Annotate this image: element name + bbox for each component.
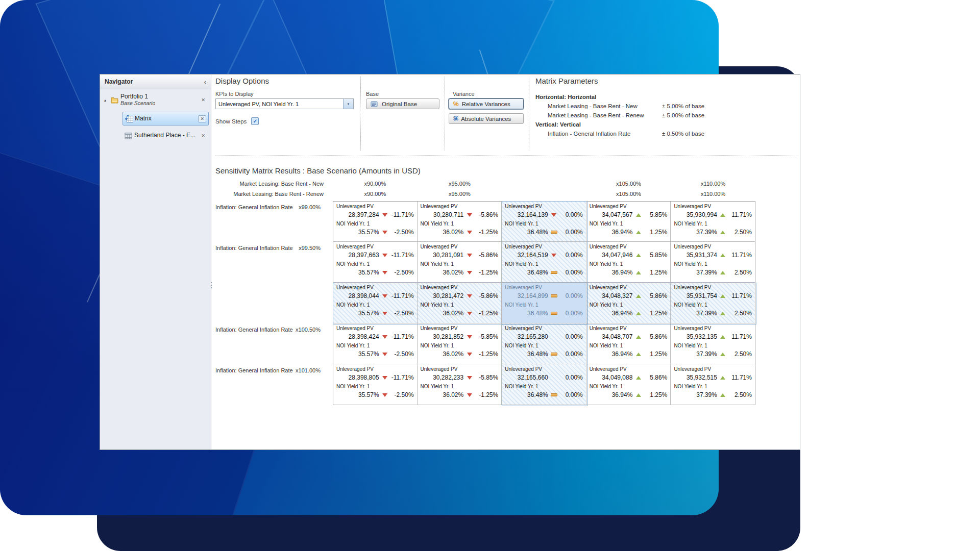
up-indicator-icon	[720, 271, 726, 274]
kpi-label: Unleveraged PV	[674, 243, 752, 250]
noi-value: 37.39%	[674, 391, 717, 398]
pv-value: 32,164,519	[505, 252, 548, 259]
noi-variance: -1.25%	[473, 269, 498, 276]
up-indicator-icon	[720, 376, 726, 380]
pv-value: 35,930,994	[674, 211, 717, 218]
noi-value: 36.94%	[590, 350, 633, 358]
matrix-cell[interactable]: Unleveraged PV35,930,99411.71%NOI Yield …	[671, 201, 755, 242]
collapse-panel-icon[interactable]: ‹	[204, 78, 206, 86]
noi-value: 36.48%	[505, 269, 548, 276]
matrix-row-label: Inflation: General Inflation Ratex99.50%	[215, 242, 333, 283]
close-icon[interactable]: ✕	[200, 133, 207, 138]
kpi-label: NOI Yield Yr. 1	[674, 220, 752, 227]
navigator-item-sutherland[interactable]: Sutherland Place - E...✕	[122, 129, 209, 142]
up-indicator-icon	[720, 335, 726, 339]
up-indicator-icon	[720, 312, 726, 315]
pv-value: 28,398,805	[336, 374, 379, 381]
matrix-cell[interactable]: Unleveraged PV30,280,711-5.86%NOI Yield …	[418, 201, 502, 242]
absolute-variances-button[interactable]: $€ Absolute Variances	[449, 113, 524, 124]
down-indicator-icon	[382, 294, 388, 298]
noi-variance: 1.25%	[642, 269, 667, 276]
kpi-label: Unleveraged PV	[590, 284, 668, 291]
sheet-icon	[125, 132, 134, 139]
show-steps-checkbox[interactable]: ✓	[251, 117, 259, 125]
relative-variances-button[interactable]: % Relative Variances	[449, 98, 524, 109]
matrix-row-label: Inflation: General Inflation Ratex101.00…	[215, 364, 333, 405]
down-indicator-icon	[466, 393, 473, 397]
kpi-label: Unleveraged PV	[590, 365, 668, 372]
kpi-label: Unleveraged PV	[421, 243, 499, 250]
matrix-cell[interactable]: Unleveraged PV34,048,3275.86%NOI Yield Y…	[586, 283, 671, 323]
matrix-cell[interactable]: Unleveraged PV28,398,424-11.71%NOI Yield…	[333, 323, 418, 364]
pv-value: 34,048,707	[590, 333, 633, 340]
pv-value: 28,397,663	[336, 252, 379, 259]
matrix-cell[interactable]: Unleveraged PV34,047,5675.85%NOI Yield Y…	[586, 201, 671, 242]
noi-variance: 2.50%	[726, 350, 752, 358]
matrix-cell[interactable]: Unleveraged PV32,165,2800.00%NOI Yield Y…	[502, 323, 586, 364]
noi-variance: -2.50%	[388, 269, 414, 276]
kpi-label: NOI Yield Yr. 1	[336, 383, 414, 390]
tree-expander-icon[interactable]: ▴	[104, 98, 111, 103]
up-indicator-icon	[720, 213, 726, 217]
kpi-label: NOI Yield Yr. 1	[674, 383, 752, 390]
matrix-cell[interactable]: Unleveraged PV28,397,663-11.71%NOI Yield…	[333, 242, 418, 283]
kpis-dropdown[interactable]: Unleveraged PV, NOI Yield Yr. 1 ▼	[215, 98, 354, 109]
matrix-row-label: Inflation: General Inflation Ratex100.50…	[215, 323, 333, 364]
matrix-cell[interactable]: Unleveraged PV32,165,6600.00%NOI Yield Y…	[502, 364, 586, 405]
kpi-label: Unleveraged PV	[336, 324, 414, 332]
kpi-label: Unleveraged PV	[421, 203, 499, 210]
chevron-down-icon[interactable]: ▼	[343, 99, 353, 109]
matrix-cell[interactable]: Unleveraged PV35,931,37411.71%NOI Yield …	[671, 242, 755, 283]
currency-icon: $€	[453, 116, 458, 122]
flat-indicator-icon	[551, 231, 557, 234]
pv-variance: 11.71%	[726, 333, 752, 340]
pv-variance: 5.86%	[642, 374, 667, 381]
close-icon[interactable]: ✕	[200, 97, 207, 103]
matrix-cell[interactable]: Unleveraged PV34,049,0885.86%NOI Yield Y…	[586, 364, 671, 405]
matrix-cell[interactable]: Unleveraged PV28,398,044-11.71%NOI Yield…	[333, 283, 418, 323]
down-indicator-icon	[466, 312, 473, 315]
noi-value: 36.02%	[421, 269, 464, 276]
navigator-item-matrix[interactable]: Matrix✕	[122, 112, 209, 126]
down-indicator-icon	[382, 271, 388, 274]
matrix-cell[interactable]: Unleveraged PV35,931,75411.71%NOI Yield …	[671, 283, 755, 323]
pv-variance: -5.86%	[473, 292, 498, 299]
matrix-cell[interactable]: Unleveraged PV32,164,5190.00%NOI Yield Y…	[502, 242, 586, 283]
matrix-column-header: x95.00%	[418, 191, 502, 197]
matrix-cell[interactable]: Unleveraged PV30,281,472-5.86%NOI Yield …	[418, 283, 502, 323]
matrix-cell[interactable]: Unleveraged PV28,398,805-11.71%NOI Yield…	[333, 364, 418, 405]
close-icon[interactable]: ✕	[198, 115, 206, 122]
kpi-label: Unleveraged PV	[505, 243, 583, 250]
noi-variance: 0.00%	[557, 310, 583, 317]
matrix-cell[interactable]: Unleveraged PV35,932,13511.71%NOI Yield …	[671, 323, 755, 364]
kpis-dropdown-value: Unleveraged PV, NOI Yield Yr. 1	[216, 101, 343, 107]
matrix-cell[interactable]: Unleveraged PV30,281,091-5.86%NOI Yield …	[418, 242, 502, 283]
matrix-row-step: x99.50%	[299, 245, 321, 251]
matrix-cell[interactable]: Unleveraged PV32,164,8990.00%NOI Yield Y…	[502, 283, 586, 323]
noi-variance: 2.50%	[726, 269, 752, 276]
matrix-cell[interactable]: Unleveraged PV32,164,1390.00%NOI Yield Y…	[502, 201, 586, 242]
kpi-label: NOI Yield Yr. 1	[505, 301, 583, 308]
matrix-cell[interactable]: Unleveraged PV30,281,852-5.85%NOI Yield …	[418, 323, 502, 364]
matrix-cell[interactable]: Unleveraged PV28,397,284-11.71%NOI Yield…	[333, 201, 418, 242]
kpi-label: Unleveraged PV	[505, 324, 583, 332]
pv-variance: 0.00%	[557, 211, 583, 218]
kpi-label: Unleveraged PV	[674, 365, 752, 372]
original-base-button[interactable]: Original Base	[366, 98, 439, 109]
section-divider	[360, 77, 361, 151]
pv-variance: 5.85%	[642, 252, 667, 259]
matrix-cell[interactable]: Unleveraged PV34,048,7075.86%NOI Yield Y…	[586, 323, 671, 364]
matrix-parameter-heading: Horizontal: Horizontal	[535, 92, 801, 102]
pv-value: 35,932,135	[674, 333, 717, 340]
matrix-header-row: Market Leasing: Base Rent - Newx90.00%x9…	[215, 179, 755, 189]
matrix-cell[interactable]: Unleveraged PV34,047,9465.85%NOI Yield Y…	[586, 242, 671, 283]
matrix-row-step: x100.50%	[296, 327, 321, 333]
matrix-cell[interactable]: Unleveraged PV35,932,51511.71%NOI Yield …	[671, 364, 755, 405]
matrix-column-header: x110.00%	[671, 191, 755, 197]
noi-variance: 1.25%	[642, 229, 667, 236]
noi-value: 35.57%	[336, 229, 379, 236]
up-indicator-icon	[635, 393, 642, 397]
matrix-cell[interactable]: Unleveraged PV30,282,233-5.85%NOI Yield …	[418, 364, 502, 405]
pv-variance: -5.85%	[473, 374, 498, 381]
navigator-item-portfolio[interactable]: ▴Portfolio 1Base Scenario✕	[102, 92, 209, 108]
